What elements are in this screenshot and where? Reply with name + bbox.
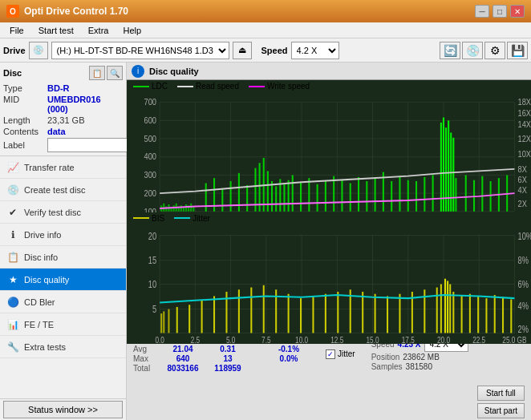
svg-rect-151 bbox=[238, 289, 240, 333]
titlebar: O Opti Drive Control 1.70 ─ □ ✕ bbox=[0, 0, 531, 22]
avg-ldc: 21.04 bbox=[162, 345, 204, 353]
svg-rect-170 bbox=[447, 281, 448, 333]
svg-rect-83 bbox=[358, 177, 359, 212]
menu-extra[interactable]: Extra bbox=[82, 24, 116, 37]
jitter-checkbox[interactable]: ✓ bbox=[326, 349, 335, 359]
sidebar-item-verify-test-disc[interactable]: ✔ Verify test disc bbox=[0, 201, 126, 224]
close-button[interactable]: ✕ bbox=[510, 5, 525, 18]
total-label: Total bbox=[133, 364, 159, 373]
svg-rect-164 bbox=[399, 294, 400, 333]
svg-rect-98 bbox=[452, 138, 454, 212]
length-value: 23,31 GB bbox=[47, 115, 84, 125]
verify-test-disc-icon: ✔ bbox=[6, 206, 19, 219]
position-label: Position bbox=[371, 353, 400, 361]
svg-text:8%: 8% bbox=[518, 254, 529, 265]
svg-text:6X: 6X bbox=[518, 176, 527, 185]
settings-button[interactable]: ⚙ bbox=[484, 42, 505, 59]
svg-text:10%: 10% bbox=[518, 231, 531, 242]
svg-rect-177 bbox=[494, 295, 496, 333]
svg-rect-161 bbox=[362, 292, 363, 333]
eject-button[interactable]: ⏏ bbox=[233, 42, 252, 59]
svg-rect-79 bbox=[325, 181, 326, 212]
sidebar-item-fe-te[interactable]: 📊 FE / TE bbox=[0, 313, 126, 336]
samples-value: 381580 bbox=[406, 362, 432, 371]
svg-text:7.5: 7.5 bbox=[261, 335, 270, 344]
disc-quality-title: Disc quality bbox=[149, 67, 199, 76]
legend-write-speed: Write speed bbox=[249, 82, 310, 91]
fe-te-label: FE / TE bbox=[24, 320, 54, 329]
speed-select[interactable]: 4.2 X bbox=[291, 42, 339, 59]
svg-rect-168 bbox=[440, 284, 442, 333]
svg-rect-70 bbox=[271, 181, 273, 212]
menu-start-test[interactable]: Start test bbox=[32, 24, 80, 37]
svg-rect-102 bbox=[481, 176, 483, 212]
save-button[interactable]: 💾 bbox=[507, 42, 528, 59]
svg-rect-94 bbox=[443, 118, 444, 212]
sidebar-item-create-test-disc[interactable]: 💿 Create test disc bbox=[0, 179, 126, 201]
svg-text:22.5: 22.5 bbox=[472, 335, 485, 344]
svg-rect-51 bbox=[173, 205, 175, 212]
svg-rect-62 bbox=[221, 188, 223, 212]
start-full-button[interactable]: Start full bbox=[477, 386, 525, 401]
start-part-button[interactable]: Start part bbox=[477, 403, 525, 418]
avg-label: Avg bbox=[133, 345, 159, 353]
svg-text:12X: 12X bbox=[518, 134, 531, 143]
disc-info-icon: 📋 bbox=[6, 251, 19, 264]
status-window-button[interactable]: Status window >> bbox=[3, 401, 123, 418]
minimize-button[interactable]: ─ bbox=[475, 5, 489, 18]
extra-tests-icon: 🔧 bbox=[6, 341, 19, 353]
cd-bler-icon: 🔵 bbox=[6, 296, 19, 309]
svg-rect-65 bbox=[246, 185, 248, 212]
fe-te-icon: 📊 bbox=[6, 318, 19, 331]
svg-rect-153 bbox=[263, 285, 265, 333]
create-test-disc-icon: 💿 bbox=[6, 184, 19, 196]
contents-value: data bbox=[47, 127, 66, 136]
svg-rect-157 bbox=[312, 296, 314, 333]
legend-ldc: LDC bbox=[133, 82, 168, 91]
ldc-label: LDC bbox=[152, 82, 168, 91]
svg-text:300: 300 bbox=[144, 170, 157, 180]
svg-text:700: 700 bbox=[144, 98, 157, 107]
svg-rect-143 bbox=[160, 313, 162, 333]
drive-icon-btn[interactable]: 💿 bbox=[29, 42, 48, 59]
stats-bar: LDC BIS Jitter Avg 21.04 0.31 -0.1% Max … bbox=[127, 333, 531, 420]
legend-read-speed: Read speed bbox=[177, 82, 239, 91]
sidebar-item-cd-bler[interactable]: 🔵 CD Bler bbox=[0, 291, 126, 313]
svg-rect-100 bbox=[465, 175, 467, 211]
svg-rect-54 bbox=[180, 205, 182, 212]
write-speed-color bbox=[249, 86, 265, 87]
maximize-button[interactable]: □ bbox=[492, 5, 507, 18]
sidebar-item-transfer-rate[interactable]: 📈 Transfer rate bbox=[0, 156, 126, 179]
svg-text:4X: 4X bbox=[518, 185, 527, 195]
svg-rect-169 bbox=[444, 279, 446, 333]
sidebar-item-extra-tests[interactable]: 🔧 Extra tests bbox=[0, 336, 126, 358]
svg-rect-84 bbox=[366, 181, 367, 212]
svg-rect-48 bbox=[165, 207, 167, 212]
svg-text:10: 10 bbox=[148, 278, 156, 289]
bis-color bbox=[133, 217, 149, 219]
position-value: 23862 MB bbox=[403, 353, 440, 361]
menu-help[interactable]: Help bbox=[116, 24, 148, 37]
disc-icon-btn1[interactable]: 📋 bbox=[89, 66, 105, 80]
disc-info-panel: Disc 📋 🔍 Type BD-R MID UMEBDR016 (000) L… bbox=[0, 63, 126, 156]
svg-text:18X: 18X bbox=[518, 98, 531, 107]
menu-file[interactable]: File bbox=[3, 24, 30, 37]
drive-select[interactable]: (H:) HL-DT-ST BD-RE WH16NS48 1.D3 bbox=[51, 42, 229, 59]
nav-items: 📈 Transfer rate 💿 Create test disc ✔ Ver… bbox=[0, 156, 126, 398]
sidebar-item-disc-info[interactable]: 📋 Disc info bbox=[0, 246, 126, 269]
svg-rect-90 bbox=[415, 181, 417, 212]
sidebar-item-disc-quality[interactable]: ★ Disc quality bbox=[0, 269, 126, 291]
contents-label: Contents bbox=[3, 127, 47, 136]
sidebar-item-drive-info[interactable]: ℹ Drive info bbox=[0, 224, 126, 246]
disc-icon-btn2[interactable]: 🔍 bbox=[107, 66, 123, 80]
disc-button[interactable]: 💿 bbox=[462, 42, 483, 59]
legend-jitter: Jitter bbox=[174, 214, 210, 223]
svg-rect-175 bbox=[477, 296, 479, 333]
svg-rect-89 bbox=[407, 180, 409, 212]
max-label: Max bbox=[133, 354, 159, 363]
length-label: Length bbox=[3, 115, 47, 125]
refresh-button[interactable]: 🔄 bbox=[440, 42, 460, 59]
svg-rect-155 bbox=[288, 294, 290, 333]
max-ldc: 640 bbox=[162, 354, 204, 363]
disc-quality-label: Disc quality bbox=[24, 275, 69, 285]
